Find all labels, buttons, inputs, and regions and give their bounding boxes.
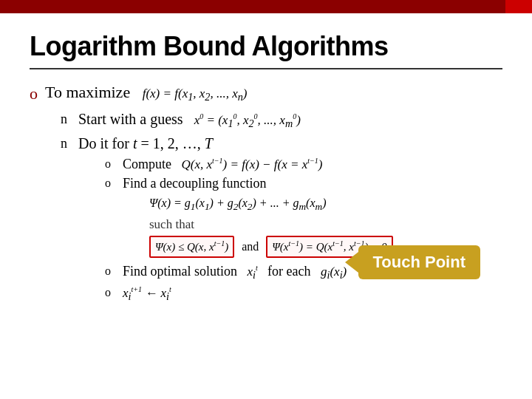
bullet-maximize-text: To maximize f(x) = f(x1, x2, ..., xn) xyxy=(45,83,247,103)
formula-psi: Ψ(x) = g1(x1) + g2(x2) + ... + gm(xm) xyxy=(149,195,502,214)
bullet-l1-marker: o xyxy=(30,84,38,103)
touch-point-callout: Touch Point xyxy=(358,245,480,279)
bullet-n1-marker: n xyxy=(61,112,71,127)
formula-box-ineq: Ψ(x) ≤ Q(x, xt−1) xyxy=(149,236,234,258)
bullet-n2-marker: n xyxy=(61,136,71,151)
math-f: f(x) = f(x1, x2, ..., xn) xyxy=(143,86,248,100)
bullet-maximize: o To maximize f(x) = f(x1, x2, ..., xn) xyxy=(30,83,502,103)
touch-point-container: Touch Point xyxy=(358,245,480,279)
sub-sub-bullets: o Compute Q(x, xt−1) = f(x) − f(x = xt−1… xyxy=(105,157,502,303)
bullet-start-guess-text: Start with a guess x0 = (x10, x20, ..., … xyxy=(78,111,301,130)
bullet-update: o xit+1 ← xit xyxy=(105,285,502,303)
content-area: Logarithm Bound Algorithms o To maximize… xyxy=(30,31,502,303)
math-update: xit+1 ← xit xyxy=(123,285,171,303)
math-xi: xit xyxy=(248,265,262,279)
slide-title: Logarithm Bound Algorithms xyxy=(30,31,502,62)
math-Q: Q(x, xt−1) = f(x) − f(x = xt−1) xyxy=(182,157,323,171)
top-bar xyxy=(0,0,532,13)
bullet-decouple: o Find a decoupling function xyxy=(105,176,502,191)
main-content: Logarithm Bound Algorithms o To maximize… xyxy=(0,13,532,399)
bullet-compute-text: Compute Q(x, xt−1) = f(x) − f(x = xt−1) xyxy=(123,157,323,172)
such-that-label: such that xyxy=(149,217,502,232)
title-divider xyxy=(30,68,502,69)
bullet-do-it-text: Do it for t = 1, 2, …, T xyxy=(78,135,213,152)
bullet-start-guess: n Start with a guess x0 = (x10, x20, ...… xyxy=(61,111,502,130)
math-gi: gi(xi) xyxy=(321,265,347,279)
math-x0: x0 = (x10, x20, ..., xm0) xyxy=(194,113,301,127)
bullet-do-it: n Do it for t = 1, 2, …, T xyxy=(61,135,502,152)
bullet-optimal-text: Find optimal solution xit for each gi(xi… xyxy=(123,264,347,282)
top-right-square xyxy=(505,0,532,13)
bullet-decouple-text: Find a decoupling function xyxy=(123,176,266,191)
bullet-o3-marker: o xyxy=(105,265,115,278)
bullet-compute: o Compute Q(x, xt−1) = f(x) − f(x = xt−1… xyxy=(105,157,502,172)
bullet-o4-marker: o xyxy=(105,286,115,299)
bullet-o2-marker: o xyxy=(105,177,115,190)
bullet-o1-marker: o xyxy=(105,157,115,171)
